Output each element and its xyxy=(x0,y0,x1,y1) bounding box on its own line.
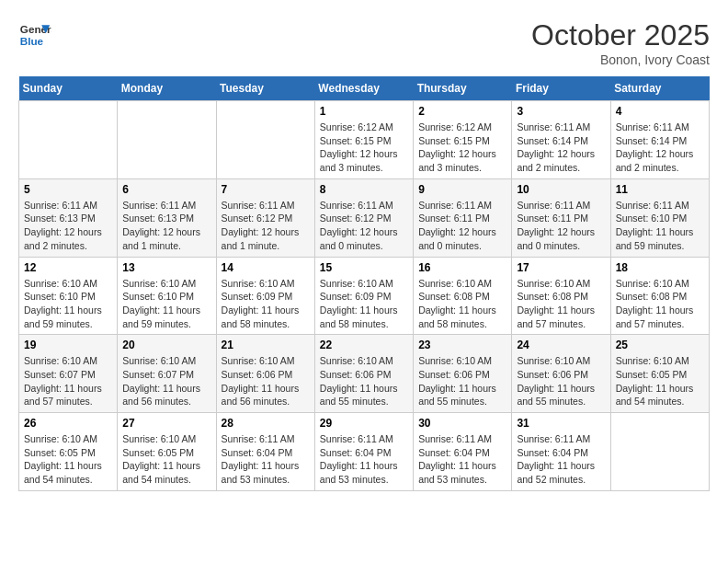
day-info: Sunrise: 6:11 AM Sunset: 6:12 PM Dayligh… xyxy=(320,199,408,253)
calendar-cell: 14Sunrise: 6:10 AM Sunset: 6:09 PM Dayli… xyxy=(216,257,314,335)
calendar-week-4: 19Sunrise: 6:10 AM Sunset: 6:07 PM Dayli… xyxy=(19,335,710,413)
page-header: General Blue October 2025 Bonon, Ivory C… xyxy=(18,18,710,67)
day-info: Sunrise: 6:10 AM Sunset: 6:06 PM Dayligh… xyxy=(418,354,506,408)
calendar-cell xyxy=(216,101,314,179)
calendar-cell: 6Sunrise: 6:11 AM Sunset: 6:13 PM Daylig… xyxy=(118,178,216,257)
title-area: October 2025 Bonon, Ivory Coast xyxy=(531,18,710,67)
calendar-cell: 30Sunrise: 6:11 AM Sunset: 6:04 PM Dayli… xyxy=(414,413,512,491)
day-info: Sunrise: 6:10 AM Sunset: 6:09 PM Dayligh… xyxy=(320,277,408,331)
calendar-cell: 8Sunrise: 6:11 AM Sunset: 6:12 PM Daylig… xyxy=(314,178,413,257)
day-info: Sunrise: 6:12 AM Sunset: 6:15 PM Dayligh… xyxy=(418,121,506,175)
logo-icon: General Blue xyxy=(18,18,51,52)
day-info: Sunrise: 6:10 AM Sunset: 6:05 PM Dayligh… xyxy=(24,432,112,487)
day-info: Sunrise: 6:11 AM Sunset: 6:11 PM Dayligh… xyxy=(418,199,506,253)
calendar-cell: 17Sunrise: 6:10 AM Sunset: 6:08 PM Dayli… xyxy=(512,257,610,335)
calendar-cell: 13Sunrise: 6:10 AM Sunset: 6:10 PM Dayli… xyxy=(118,257,216,335)
day-number: 1 xyxy=(320,105,408,118)
calendar-week-3: 12Sunrise: 6:10 AM Sunset: 6:10 PM Dayli… xyxy=(19,257,710,335)
day-info: Sunrise: 6:11 AM Sunset: 6:12 PM Dayligh… xyxy=(222,199,310,253)
day-number: 26 xyxy=(24,417,112,430)
day-info: Sunrise: 6:11 AM Sunset: 6:13 PM Dayligh… xyxy=(122,199,210,253)
calendar-cell: 4Sunrise: 6:11 AM Sunset: 6:14 PM Daylig… xyxy=(610,101,709,179)
day-number: 11 xyxy=(616,183,704,196)
day-info: Sunrise: 6:11 AM Sunset: 6:04 PM Dayligh… xyxy=(320,432,408,487)
day-info: Sunrise: 6:10 AM Sunset: 6:10 PM Dayligh… xyxy=(122,277,210,331)
day-info: Sunrise: 6:11 AM Sunset: 6:14 PM Dayligh… xyxy=(517,121,605,175)
day-number: 29 xyxy=(320,417,408,430)
calendar-cell: 2Sunrise: 6:12 AM Sunset: 6:15 PM Daylig… xyxy=(414,101,512,179)
day-number: 30 xyxy=(418,417,506,430)
day-info: Sunrise: 6:10 AM Sunset: 6:06 PM Dayligh… xyxy=(222,354,310,408)
day-info: Sunrise: 6:11 AM Sunset: 6:13 PM Dayligh… xyxy=(24,199,112,253)
header-day-tuesday: Tuesday xyxy=(216,76,314,101)
day-number: 16 xyxy=(418,261,506,274)
calendar-cell: 1Sunrise: 6:12 AM Sunset: 6:15 PM Daylig… xyxy=(314,101,413,179)
day-info: Sunrise: 6:10 AM Sunset: 6:10 PM Dayligh… xyxy=(24,277,112,331)
day-info: Sunrise: 6:11 AM Sunset: 6:14 PM Dayligh… xyxy=(616,121,704,175)
day-number: 10 xyxy=(517,183,605,196)
calendar-cell: 29Sunrise: 6:11 AM Sunset: 6:04 PM Dayli… xyxy=(314,413,413,491)
header-day-monday: Monday xyxy=(118,76,216,101)
calendar-cell: 3Sunrise: 6:11 AM Sunset: 6:14 PM Daylig… xyxy=(512,101,610,179)
day-number: 2 xyxy=(418,105,506,118)
calendar-cell: 25Sunrise: 6:10 AM Sunset: 6:05 PM Dayli… xyxy=(610,335,709,413)
calendar-cell: 27Sunrise: 6:10 AM Sunset: 6:05 PM Dayli… xyxy=(118,413,216,491)
calendar-cell: 9Sunrise: 6:11 AM Sunset: 6:11 PM Daylig… xyxy=(414,178,512,257)
day-info: Sunrise: 6:11 AM Sunset: 6:04 PM Dayligh… xyxy=(418,432,506,487)
header-day-sunday: Sunday xyxy=(19,76,118,101)
calendar-cell: 21Sunrise: 6:10 AM Sunset: 6:06 PM Dayli… xyxy=(216,335,314,413)
calendar-cell: 20Sunrise: 6:10 AM Sunset: 6:07 PM Dayli… xyxy=(118,335,216,413)
svg-text:Blue: Blue xyxy=(20,35,44,47)
day-number: 24 xyxy=(517,339,605,351)
day-info: Sunrise: 6:10 AM Sunset: 6:05 PM Dayligh… xyxy=(616,354,704,408)
calendar-header-row: SundayMondayTuesdayWednesdayThursdayFrid… xyxy=(19,76,710,101)
calendar-cell: 19Sunrise: 6:10 AM Sunset: 6:07 PM Dayli… xyxy=(19,335,118,413)
day-info: Sunrise: 6:10 AM Sunset: 6:07 PM Dayligh… xyxy=(122,354,210,408)
day-info: Sunrise: 6:11 AM Sunset: 6:04 PM Dayligh… xyxy=(222,432,310,487)
day-info: Sunrise: 6:10 AM Sunset: 6:08 PM Dayligh… xyxy=(616,277,704,331)
month-title: October 2025 xyxy=(531,18,710,52)
day-number: 18 xyxy=(616,261,704,274)
calendar-week-5: 26Sunrise: 6:10 AM Sunset: 6:05 PM Dayli… xyxy=(19,413,710,491)
calendar-cell: 26Sunrise: 6:10 AM Sunset: 6:05 PM Dayli… xyxy=(19,413,118,491)
day-number: 13 xyxy=(122,261,210,274)
day-number: 25 xyxy=(616,339,704,351)
calendar-cell: 10Sunrise: 6:11 AM Sunset: 6:11 PM Dayli… xyxy=(512,178,610,257)
day-number: 28 xyxy=(222,417,310,430)
day-number: 6 xyxy=(122,183,210,196)
calendar-cell: 23Sunrise: 6:10 AM Sunset: 6:06 PM Dayli… xyxy=(414,335,512,413)
day-info: Sunrise: 6:10 AM Sunset: 6:08 PM Dayligh… xyxy=(418,277,506,331)
header-day-saturday: Saturday xyxy=(610,76,709,101)
day-info: Sunrise: 6:10 AM Sunset: 6:06 PM Dayligh… xyxy=(517,354,605,408)
day-number: 9 xyxy=(418,183,506,196)
day-info: Sunrise: 6:10 AM Sunset: 6:05 PM Dayligh… xyxy=(122,432,210,487)
calendar-cell xyxy=(19,101,118,179)
calendar-cell: 31Sunrise: 6:11 AM Sunset: 6:04 PM Dayli… xyxy=(512,413,610,491)
day-info: Sunrise: 6:12 AM Sunset: 6:15 PM Dayligh… xyxy=(320,121,408,175)
day-info: Sunrise: 6:11 AM Sunset: 6:04 PM Dayligh… xyxy=(517,432,605,487)
calendar-cell: 28Sunrise: 6:11 AM Sunset: 6:04 PM Dayli… xyxy=(216,413,314,491)
calendar-cell: 12Sunrise: 6:10 AM Sunset: 6:10 PM Dayli… xyxy=(19,257,118,335)
day-number: 17 xyxy=(517,261,605,274)
header-day-wednesday: Wednesday xyxy=(314,76,413,101)
logo: General Blue xyxy=(18,18,51,52)
calendar-cell: 11Sunrise: 6:11 AM Sunset: 6:10 PM Dayli… xyxy=(610,178,709,257)
calendar-cell: 5Sunrise: 6:11 AM Sunset: 6:13 PM Daylig… xyxy=(19,178,118,257)
day-number: 4 xyxy=(616,105,704,118)
calendar-cell: 18Sunrise: 6:10 AM Sunset: 6:08 PM Dayli… xyxy=(610,257,709,335)
day-number: 8 xyxy=(320,183,408,196)
day-info: Sunrise: 6:11 AM Sunset: 6:10 PM Dayligh… xyxy=(616,199,704,253)
location-subtitle: Bonon, Ivory Coast xyxy=(531,52,710,67)
day-info: Sunrise: 6:10 AM Sunset: 6:06 PM Dayligh… xyxy=(320,354,408,408)
header-day-thursday: Thursday xyxy=(414,76,512,101)
day-number: 14 xyxy=(222,261,310,274)
calendar-cell: 7Sunrise: 6:11 AM Sunset: 6:12 PM Daylig… xyxy=(216,178,314,257)
day-info: Sunrise: 6:10 AM Sunset: 6:08 PM Dayligh… xyxy=(517,277,605,331)
calendar-cell: 24Sunrise: 6:10 AM Sunset: 6:06 PM Dayli… xyxy=(512,335,610,413)
day-number: 5 xyxy=(24,183,112,196)
day-number: 15 xyxy=(320,261,408,274)
day-info: Sunrise: 6:11 AM Sunset: 6:11 PM Dayligh… xyxy=(517,199,605,253)
calendar-cell xyxy=(610,413,709,491)
day-number: 7 xyxy=(222,183,310,196)
calendar-week-2: 5Sunrise: 6:11 AM Sunset: 6:13 PM Daylig… xyxy=(19,178,710,257)
